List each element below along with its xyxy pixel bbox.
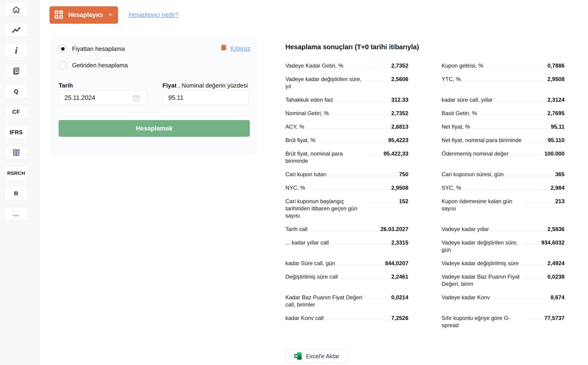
- chevron-up-icon: [108, 12, 114, 18]
- result-item: Vadeye kadar Baz Puanın Fiyat Değeri, bi…: [442, 273, 565, 288]
- result-item: Brüt fiyat, nominal para biriminde95.422…: [285, 150, 408, 164]
- export-to-excel-button[interactable]: Excel'e Aktar: [285, 349, 348, 363]
- calculator-button-label: Hesaplayıcı: [68, 11, 103, 19]
- results-row: Tahakkuk eden faiz312.33kadar süre call,…: [285, 96, 565, 103]
- result-item: Vadeye kadar değiştirilen süre, gün934,6…: [442, 239, 565, 253]
- sidebar-item-glossary[interactable]: [5, 146, 28, 159]
- result-label: Brüt fiyat, %: [285, 137, 316, 144]
- radio-from-yield[interactable]: Getiriden hesaplama: [58, 61, 128, 70]
- dotted-leader: [340, 273, 389, 279]
- result-label: Vadeye kadar değiştirilmiş süre: [442, 260, 519, 267]
- result-label: Cari kuponun süresi, gün: [442, 171, 504, 178]
- result-item: Sıfır kuponlu eğriye göre G-spread77,573…: [442, 314, 565, 329]
- sidebar-item-ifrs[interactable]: IFRS: [5, 126, 28, 139]
- sidebar-item-charts[interactable]: [5, 23, 28, 37]
- result-item: kadar Konv call7,2526: [285, 314, 408, 329]
- result-item: NYC, %2,9508: [285, 184, 408, 191]
- dotted-leader: [510, 150, 542, 155]
- result-item: kadar süre call, yıllar2,3124: [442, 96, 565, 103]
- result-item: Kupon getirisi, %0,7886: [442, 62, 565, 69]
- date-field-label: Tarih: [58, 82, 73, 89]
- result-item: Net fiyat, nominal para biriminde95.110: [442, 137, 565, 144]
- calculator-form-panel: Fiyattan hesaplama Getiriden hesaplama K…: [50, 35, 257, 155]
- sidebar-item-rsrch[interactable]: RSRCH: [5, 167, 28, 180]
- sidebar-item-ifrs-label: IFRS: [9, 129, 23, 136]
- result-item: ... kadar yıllar call2,3315: [285, 239, 408, 253]
- result-value: 8,674: [551, 294, 565, 301]
- result-value: 2,3315: [391, 239, 408, 246]
- result-label: Kupon ödemesine kalan gün sayısı: [442, 198, 523, 212]
- price-field-label: Fiyat , Nominal değerin yüzdesi: [162, 82, 248, 89]
- result-item: Nominal Getiri, %2,7352: [285, 110, 408, 117]
- result-label: Sıfır kuponlu eğriye göre G-spread: [442, 314, 523, 329]
- result-label: Kadar Baz Puanın Fiyat Değeri call, biri…: [285, 294, 366, 308]
- result-item: Kupon ödemesine kalan gün sayısı213: [442, 198, 565, 219]
- results-row: kadar Konv call7,2526Sıfır kuponlu eğriy…: [285, 314, 565, 329]
- result-label: Net fiyat, nominal para biriminde: [442, 137, 522, 144]
- result-item: Vadeye kadar Konv8,674: [442, 294, 565, 308]
- result-value: 95,4223: [388, 137, 408, 144]
- sidebar-item-more[interactable]: ...: [5, 207, 28, 221]
- result-value: 26.03.2027: [380, 225, 408, 233]
- results-title: Hesaplama sonuçları (T+0 tarihi itibarıy…: [285, 43, 565, 51]
- result-value: 2,6813: [391, 123, 408, 130]
- documents-icon: [12, 67, 21, 76]
- sidebar-item-q[interactable]: Q: [5, 85, 28, 98]
- radio-selected-icon: [58, 45, 67, 53]
- calculator-dropdown-button[interactable]: Hesaplayıcı: [50, 6, 118, 24]
- sidebar-item-q-label: Q: [14, 88, 18, 95]
- result-label: Vadeye kadar Baz Puanın Fiyat Değeri, bi…: [442, 273, 523, 288]
- price-input[interactable]: [162, 91, 249, 105]
- home-icon: [12, 5, 21, 14]
- result-value: 95,11: [551, 123, 565, 130]
- result-item: Vadeye kadar değiştirilen süre, yıl2,560…: [285, 76, 408, 90]
- calculate-button[interactable]: Hesaplamak: [58, 120, 250, 137]
- dotted-leader: [345, 62, 389, 68]
- result-label: SYC, %: [442, 184, 461, 191]
- dotted-leader: [524, 198, 553, 203]
- result-item: Vadeye kadar değiştirilmiş süre2,4924: [442, 260, 565, 267]
- export-to-excel-label: Excel'e Aktar: [306, 353, 339, 360]
- what-is-calculator-link[interactable]: Hesaplayıcı nedir?: [129, 11, 179, 18]
- result-label: kadar Süre call, gün: [285, 260, 335, 267]
- radio-from-price-label: Fiyattan hesaplama: [72, 45, 125, 52]
- dotted-leader: [309, 225, 379, 231]
- result-label: Ödenmemiş nominal değer: [442, 150, 509, 157]
- result-item: YTC, %2,9508: [442, 76, 565, 90]
- sidebar-item-r-label: R: [14, 190, 18, 197]
- calendar-icon[interactable]: [132, 94, 140, 103]
- result-label: kadar Konv call: [285, 314, 323, 322]
- dotted-leader: [335, 96, 389, 102]
- sidebar-item-cf[interactable]: CF: [5, 105, 28, 119]
- radio-from-price[interactable]: Fiyattan hesaplama: [58, 45, 125, 53]
- sidebar-item-info[interactable]: i: [5, 44, 28, 57]
- dotted-leader: [491, 225, 546, 231]
- results-panel: Hesaplama sonuçları (T+0 tarihi itibarıy…: [285, 43, 565, 335]
- guide-link[interactable]: Kılavuz: [220, 44, 250, 53]
- result-value: 2,7352: [391, 110, 408, 117]
- result-label: Cari kuponun başlangıç tarihinden itibar…: [285, 198, 366, 219]
- result-item: Cari kupon tutarı750: [285, 171, 408, 178]
- dotted-leader: [368, 198, 397, 203]
- dotted-leader: [331, 239, 389, 245]
- result-label: YTC, %: [442, 76, 461, 83]
- result-value: 0,7886: [548, 62, 565, 69]
- sidebar-item-home[interactable]: [5, 3, 28, 16]
- result-value: 0,0238: [548, 273, 565, 280]
- result-label: Vadeye kadar değiştirilen süre, yıl: [285, 76, 366, 90]
- dotted-leader: [368, 150, 382, 155]
- sidebar-item-news[interactable]: [5, 64, 28, 77]
- result-label: Kupon getirisi, %: [442, 62, 483, 69]
- result-label: NYC, %: [285, 184, 305, 191]
- dotted-leader: [307, 184, 389, 190]
- excel-icon: [294, 352, 302, 361]
- result-item: Brüt fiyat, %95,4223: [285, 137, 408, 144]
- sidebar-item-r[interactable]: R: [5, 187, 28, 200]
- result-item: Vadeye Kadar Getiri, %2,7352: [285, 62, 408, 69]
- result-value: 750: [399, 171, 408, 178]
- dotted-leader: [492, 294, 549, 299]
- results-row: Brüt fiyat, %95,4223Net fiyat, nominal p…: [285, 137, 565, 144]
- result-label: Tarih call: [285, 225, 308, 233]
- results-row: Kadar Baz Puanın Fiyat Değeri call, biri…: [285, 294, 565, 308]
- result-item: Basit Getiri, %2,7695: [442, 110, 565, 117]
